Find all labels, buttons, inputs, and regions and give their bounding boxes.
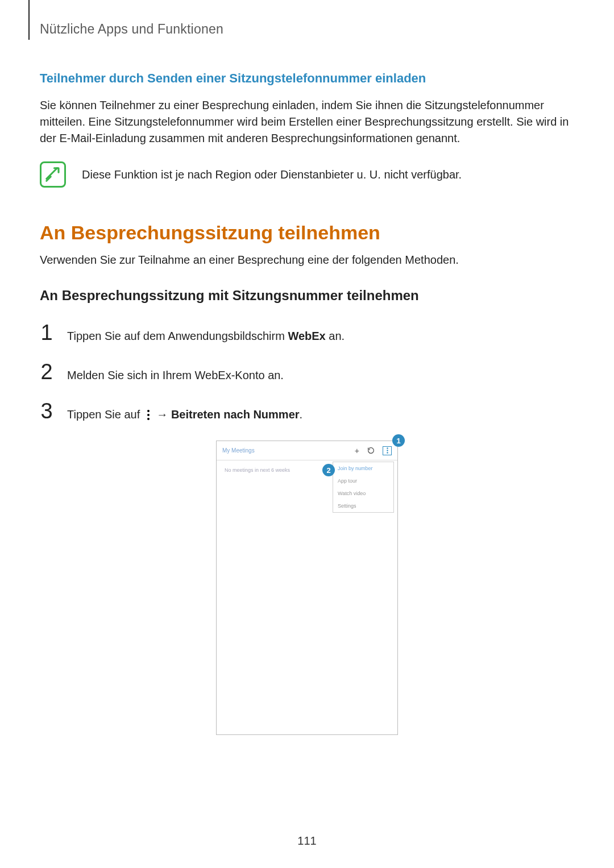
section-intro: Verwenden Sie zur Teilnahme an einer Bes… bbox=[40, 252, 574, 268]
step-number: 1 bbox=[40, 321, 53, 345]
note-icon bbox=[40, 161, 66, 188]
step-list: 1 Tippen Sie auf dem Anwendungsbildschir… bbox=[40, 321, 574, 423]
step-number: 3 bbox=[40, 399, 53, 423]
svg-point-2 bbox=[387, 452, 388, 453]
note-text: Diese Funktion ist je nach Region oder D… bbox=[82, 168, 462, 181]
more-menu-icon[interactable] bbox=[383, 446, 392, 455]
subsection-title: Teilnehmer durch Senden einer Sitzungste… bbox=[40, 71, 574, 86]
device-header-title: My Meetings bbox=[222, 447, 255, 454]
running-header: Nützliche Apps und Funktionen bbox=[40, 0, 574, 37]
device-header: My Meetings + bbox=[217, 441, 397, 460]
menu-item-app-tour[interactable]: App tour bbox=[333, 475, 393, 487]
step1-text-c: an. bbox=[326, 330, 345, 342]
step-3: 3 Tippen Sie auf → Beitreten nach Nummer… bbox=[40, 399, 574, 423]
page-number: 111 bbox=[0, 834, 614, 848]
note-block: Diese Funktion ist je nach Region oder D… bbox=[40, 161, 574, 188]
svg-point-0 bbox=[387, 447, 388, 448]
step1-text-a: Tippen Sie auf dem Anwendungsbildschirm bbox=[67, 330, 288, 342]
step3-text-a: Tippen Sie auf bbox=[67, 408, 143, 421]
more-icon bbox=[146, 410, 151, 421]
refresh-icon[interactable] bbox=[367, 447, 375, 454]
section-title: An Besprechungssitzung teilnehmen bbox=[40, 222, 574, 244]
step-text: Tippen Sie auf → Beitreten nach Nummer. bbox=[67, 406, 302, 422]
subsection2-title: An Besprechungssitzung mit Sitzungsnumme… bbox=[40, 288, 574, 304]
step1-bold: WebEx bbox=[288, 330, 325, 342]
menu-item-watch-video[interactable]: Watch video bbox=[333, 487, 393, 500]
header-rule bbox=[28, 0, 30, 40]
step-2: 2 Melden Sie sich in Ihrem WebEx-Konto a… bbox=[40, 360, 574, 384]
svg-point-1 bbox=[387, 450, 388, 451]
plus-icon[interactable]: + bbox=[355, 447, 359, 455]
device-screenshot: My Meetings + No meetings in next 6 week… bbox=[125, 441, 489, 735]
step3-arrow: → bbox=[154, 408, 171, 421]
callout-2: 2 bbox=[322, 464, 335, 476]
callout-1: 1 bbox=[392, 434, 405, 447]
step-1: 1 Tippen Sie auf dem Anwendungsbildschir… bbox=[40, 321, 574, 345]
step3-text-d: . bbox=[300, 408, 303, 421]
step-text: Melden Sie sich in Ihrem WebEx-Konto an. bbox=[67, 367, 284, 383]
device-dropdown-menu: Join by number App tour Watch video Sett… bbox=[333, 462, 394, 513]
menu-item-settings[interactable]: Settings bbox=[333, 500, 393, 512]
step-number: 2 bbox=[40, 360, 53, 384]
menu-item-join-by-number[interactable]: Join by number bbox=[333, 462, 393, 475]
step-text: Tippen Sie auf dem Anwendungsbildschirm … bbox=[67, 328, 345, 344]
step3-bold: Beitreten nach Nummer bbox=[171, 408, 300, 421]
subsection-body: Sie können Teilnehmer zu einer Besprechu… bbox=[40, 97, 574, 147]
